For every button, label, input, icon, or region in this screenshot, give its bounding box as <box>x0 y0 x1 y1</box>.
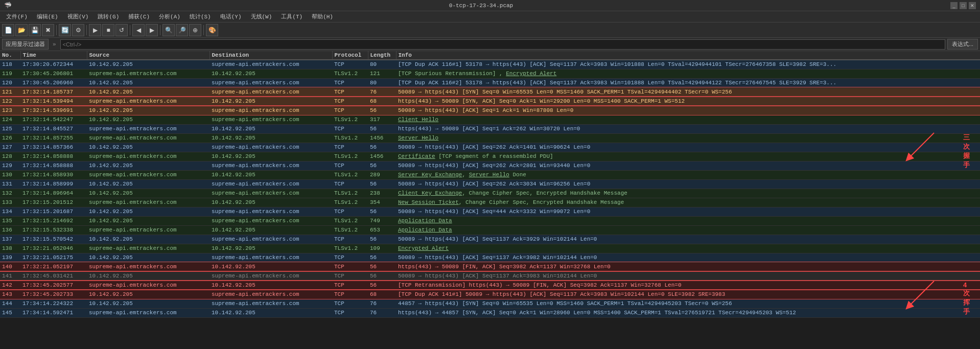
cell-destination: supreme-api.emtrackers.com <box>209 290 332 299</box>
table-row[interactable]: 132 17:32:14.896964 10.142.92.205 suprem… <box>0 189 980 198</box>
reload-button[interactable]: 🔄 <box>59 24 71 36</box>
cell-length: 354 <box>368 198 396 207</box>
cell-no: 129 <box>0 161 20 170</box>
cell-destination: supreme-api.emtrackers.com <box>209 253 332 262</box>
cell-length: 56 <box>368 262 396 271</box>
header-destination[interactable]: Destination <box>209 51 332 60</box>
start-capture-button[interactable]: ▶ <box>89 24 101 36</box>
menu-analyze[interactable]: 分析(A) <box>155 12 184 21</box>
table-row[interactable]: 140 17:32:21.052197 supreme-api.emtracke… <box>0 262 980 271</box>
header-protocol[interactable]: Protocol <box>332 51 368 60</box>
maximize-button[interactable]: □ <box>960 2 967 9</box>
table-row[interactable]: 133 17:32:15.201512 supreme-api.emtracke… <box>0 198 980 207</box>
table-row[interactable]: 136 17:32:15.532338 supreme-api.emtracke… <box>0 225 980 235</box>
menu-wireless[interactable]: 无线(W) <box>247 12 276 21</box>
expression-button[interactable]: 表达式... <box>947 39 978 50</box>
menu-phone[interactable]: 电话(Y) <box>216 12 246 21</box>
cell-no: 124 <box>0 115 20 124</box>
open-button[interactable]: 📂 <box>15 24 28 36</box>
cell-destination: 10.142.92.205 <box>209 133 332 143</box>
zoom-reset-button[interactable]: ⊕ <box>189 24 201 36</box>
menu-capture[interactable]: 捕获(C) <box>124 12 154 21</box>
minimize-button[interactable]: _ <box>950 2 958 9</box>
menu-view[interactable]: 视图(V) <box>63 12 93 21</box>
cell-length: 56 <box>368 124 396 133</box>
table-row[interactable]: 142 17:32:45.202577 supreme-api.emtracke… <box>0 281 980 290</box>
cell-time: 17:32:15.201512 <box>20 198 87 207</box>
menu-edit[interactable]: 编辑(E) <box>33 12 62 21</box>
header-no[interactable]: No. <box>0 51 20 60</box>
cell-destination: supreme-api.emtrackers.com <box>209 78 332 87</box>
cell-length: 749 <box>368 216 396 225</box>
filter-input[interactable] <box>60 39 945 50</box>
forward-button[interactable]: ▶ <box>146 24 158 36</box>
table-row[interactable]: 127 17:32:14.857366 10.142.92.205 suprem… <box>0 143 980 152</box>
table-row[interactable]: 122 17:32:14.539494 supreme-api.emtracke… <box>0 97 980 106</box>
stop-capture-button[interactable]: ■ <box>102 24 114 36</box>
table-row[interactable]: 125 17:32:14.845527 supreme-api.emtracke… <box>0 124 980 133</box>
cell-info: Encrypted Alert <box>396 244 980 253</box>
table-row[interactable]: 138 17:32:21.052046 supreme-api.emtracke… <box>0 244 980 253</box>
cell-time: 17:32:15.532338 <box>20 225 87 235</box>
table-row[interactable]: 143 17:32:45.202733 10.142.92.205 suprem… <box>0 290 980 299</box>
cell-length: 56 <box>368 253 396 262</box>
header-time[interactable]: Time <box>20 51 87 60</box>
cell-length: 56 <box>368 207 396 216</box>
cell-protocol: TCP <box>332 87 368 97</box>
cell-source: supreme-api.emtrackers.com <box>87 308 209 317</box>
menu-file[interactable]: 文件(F) <box>2 12 32 21</box>
table-row[interactable]: 135 17:32:15.214692 10.142.92.205 suprem… <box>0 216 980 225</box>
cell-destination: supreme-api.emtrackers.com <box>209 106 332 115</box>
zoom-out-button[interactable]: 🔎 <box>176 24 188 36</box>
packet-list-scroll[interactable]: No. Time Source Destination Protocol Len… <box>0 51 980 349</box>
cell-protocol: TCP <box>332 253 368 262</box>
header-source[interactable]: Source <box>87 51 209 60</box>
filter-separator: » <box>51 41 58 48</box>
header-length[interactable]: Length <box>368 51 396 60</box>
menu-tools[interactable]: 工具(T) <box>277 12 307 21</box>
colorize-button[interactable]: 🎨 <box>206 24 218 36</box>
menu-help[interactable]: 帮助(H) <box>308 12 337 21</box>
close-button[interactable]: ✕ <box>969 2 976 9</box>
table-row[interactable]: 134 17:32:15.201687 10.142.92.205 suprem… <box>0 207 980 216</box>
cell-source: supreme-api.emtrackers.com <box>87 198 209 207</box>
menu-goto[interactable]: 跳转(G) <box>94 12 123 21</box>
table-row[interactable]: 131 17:32:14.858999 10.142.92.205 suprem… <box>0 179 980 189</box>
cell-no: 121 <box>0 87 20 97</box>
cell-source: supreme-api.emtrackers.com <box>87 225 209 235</box>
table-row[interactable]: 119 17:30:45.206801 supreme-api.emtracke… <box>0 69 980 78</box>
cell-length: 56 <box>368 106 396 115</box>
cell-destination: supreme-api.emtrackers.com <box>209 87 332 97</box>
back-button[interactable]: ◀ <box>132 24 145 36</box>
cell-protocol: TCP <box>332 60 368 69</box>
table-row[interactable]: 139 17:32:21.052175 10.142.92.205 suprem… <box>0 253 980 262</box>
new-capture-button[interactable]: 📄 <box>2 24 14 36</box>
table-row[interactable]: 123 17:32:14.539691 10.142.92.205 suprem… <box>0 106 980 115</box>
table-row[interactable]: 137 17:32:15.570542 10.142.92.205 suprem… <box>0 235 980 244</box>
cell-destination: supreme-api.emtrackers.com <box>209 235 332 244</box>
table-row[interactable]: 129 17:32:14.858888 10.142.92.205 suprem… <box>0 161 980 170</box>
table-row[interactable]: 120 17:30:45.206960 10.142.92.205 suprem… <box>0 78 980 87</box>
cell-source: 10.142.92.205 <box>87 235 209 244</box>
table-row[interactable]: 145 17:34:14.592471 supreme-api.emtracke… <box>0 308 980 317</box>
cell-no: 139 <box>0 253 20 262</box>
table-row[interactable]: 126 17:32:14.857255 supreme-api.emtracke… <box>0 133 980 143</box>
cell-length: 289 <box>368 170 396 179</box>
table-row[interactable]: 121 17:32:14.185737 10.142.92.205 suprem… <box>0 87 980 97</box>
table-row[interactable]: 124 17:32:14.542247 10.142.92.205 suprem… <box>0 115 980 124</box>
zoom-in-button[interactable]: 🔍 <box>162 24 175 36</box>
table-row[interactable]: 130 17:32:14.858930 supreme-api.emtracke… <box>0 170 980 179</box>
table-row[interactable]: 118 17:30:20.672344 10.142.92.205 suprem… <box>0 60 980 69</box>
table-row[interactable]: 144 17:34:14.224322 10.142.92.205 suprem… <box>0 299 980 308</box>
close-button2[interactable]: ✖ <box>42 24 54 36</box>
cell-source: 10.142.92.205 <box>87 161 209 170</box>
save-button[interactable]: 💾 <box>29 24 41 36</box>
restart-capture-button[interactable]: ↺ <box>115 24 128 36</box>
menu-stats[interactable]: 统计(S) <box>185 12 215 21</box>
table-row[interactable]: 128 17:32:14.858888 supreme-api.emtracke… <box>0 152 980 161</box>
capture-options-button[interactable]: ⚙ <box>72 24 84 36</box>
table-row[interactable]: 141 17:32:45.031421 10.142.92.205 suprem… <box>0 271 980 281</box>
cell-destination: 10.142.92.205 <box>209 308 332 317</box>
header-info[interactable]: Info <box>396 51 980 60</box>
cell-time: 17:32:14.858888 <box>20 152 87 161</box>
